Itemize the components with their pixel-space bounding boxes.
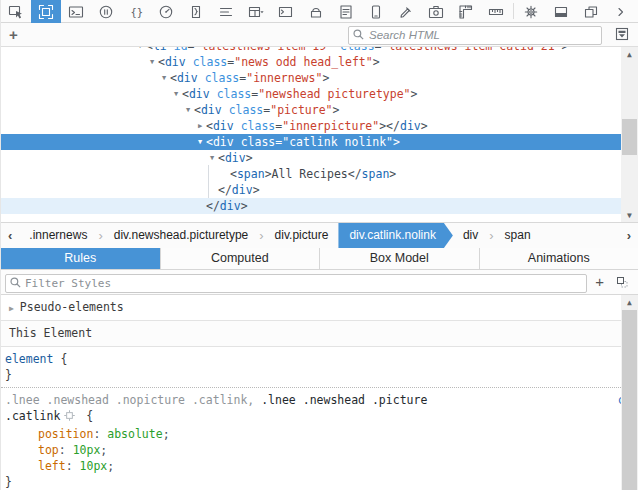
frame-select-button[interactable] bbox=[241, 0, 271, 23]
markup-scroll-thumb[interactable] bbox=[622, 119, 637, 155]
expanded-triangle-icon[interactable]: ▼ bbox=[134, 47, 146, 54]
scroll-up-icon[interactable]: ▲ bbox=[621, 47, 638, 61]
expanded-triangle-icon[interactable]: ▼ bbox=[170, 86, 182, 102]
add-node-button[interactable]: + bbox=[9, 27, 18, 42]
css-declaration[interactable]: top: 10px; bbox=[5, 442, 617, 458]
tab-box-model[interactable]: Box Model bbox=[320, 248, 480, 269]
markup-punctuation: > bbox=[246, 151, 253, 165]
markup-line[interactable]: <span>All Recipes</span> bbox=[1, 166, 638, 182]
eyedropper-icon bbox=[398, 4, 414, 20]
css-declaration[interactable]: position: absolute; bbox=[5, 426, 617, 442]
markup-punctuation: > bbox=[421, 119, 428, 133]
console-button[interactable] bbox=[61, 0, 91, 23]
rules-scroll-thumb[interactable] bbox=[622, 310, 637, 490]
markup-line[interactable]: ▼<div class="innernews"> bbox=[1, 70, 638, 86]
rules-panel: ▶Pseudo-elements This Element inlineelem… bbox=[1, 295, 638, 490]
breadcrumb-item[interactable]: div.newshead.picturetype bbox=[104, 223, 259, 248]
expanded-triangle-icon[interactable]: ▼ bbox=[182, 102, 194, 118]
markup-line[interactable]: </div> bbox=[1, 182, 638, 198]
markup-line[interactable]: ▼<div class="picture"> bbox=[1, 102, 638, 118]
tag-name: div bbox=[400, 119, 421, 133]
markup-punctuation: > bbox=[322, 71, 329, 85]
breadcrumb: ‹.innernews›div.newshead.picturetype›div… bbox=[1, 222, 638, 248]
rules-scrollbar[interactable]: ▲ bbox=[621, 295, 638, 490]
network-button[interactable] bbox=[211, 0, 241, 23]
expand-pane-icon[interactable] bbox=[614, 26, 630, 46]
expanded-triangle-icon[interactable]: ▼ bbox=[206, 150, 218, 166]
memory-button[interactable] bbox=[181, 0, 211, 23]
breadcrumb-item[interactable]: .innernews bbox=[19, 223, 97, 248]
breadcrumb-item[interactable]: span bbox=[495, 223, 541, 248]
attribute-value: "picture" bbox=[270, 103, 332, 117]
rulers-button[interactable] bbox=[451, 0, 481, 23]
dock-side-button[interactable] bbox=[576, 0, 606, 23]
tab-computed[interactable]: Computed bbox=[161, 248, 321, 269]
tab-rules[interactable]: Rules bbox=[1, 248, 161, 269]
markup-line[interactable]: </div> bbox=[1, 198, 621, 214]
expanded-triangle-icon[interactable]: ▼ bbox=[158, 70, 170, 86]
breadcrumb-item-selected[interactable]: div.catlink.nolink bbox=[338, 223, 452, 248]
paint-flashing-button[interactable] bbox=[301, 0, 331, 23]
more-icon bbox=[613, 4, 629, 20]
markup-punctuation: > bbox=[253, 183, 260, 197]
pick-element-button[interactable] bbox=[1, 0, 31, 23]
expanded-triangle-icon[interactable]: ▼ bbox=[146, 54, 158, 70]
settings-button[interactable] bbox=[516, 0, 546, 23]
console-icon bbox=[68, 4, 84, 20]
attribute-name: class bbox=[241, 119, 276, 133]
scratchpad-button[interactable] bbox=[331, 0, 361, 23]
tag-name: div bbox=[201, 103, 222, 117]
breadcrumb-item[interactable]: div bbox=[453, 223, 488, 248]
markup-line[interactable]: ▼<li id="latestnews-item-19" class="late… bbox=[1, 47, 638, 54]
screenshot-icon bbox=[428, 4, 444, 20]
markup-punctuation bbox=[198, 71, 205, 85]
markup-punctuation: > bbox=[562, 47, 569, 53]
inspector-button[interactable] bbox=[31, 0, 61, 23]
debugger-button[interactable] bbox=[91, 0, 121, 23]
breadcrumb-scroll-left-icon[interactable]: ‹ bbox=[1, 228, 19, 243]
attribute-value: "latestnews-item catid-21" bbox=[382, 47, 562, 53]
markup-punctuation: = bbox=[188, 47, 195, 53]
style-editor-button[interactable]: {} bbox=[121, 0, 151, 23]
search-html-input[interactable] bbox=[348, 26, 602, 45]
tag-name: div bbox=[232, 183, 253, 197]
markup-line[interactable]: ▼<div class="newshead picturetype"> bbox=[1, 86, 638, 102]
responsive-mode-button[interactable] bbox=[361, 0, 391, 23]
rulers-icon bbox=[458, 4, 474, 20]
scroll-down-icon[interactable]: ▼ bbox=[621, 208, 638, 222]
add-rule-button[interactable]: + bbox=[595, 272, 604, 292]
scroll-up-icon[interactable]: ▲ bbox=[621, 295, 638, 309]
markup-searchbar: + bbox=[1, 23, 638, 47]
collapsed-triangle-icon[interactable]: ▶ bbox=[194, 118, 206, 134]
tag-name: div bbox=[165, 55, 186, 69]
css-declaration[interactable]: left: 10px; bbox=[5, 458, 617, 474]
more-button[interactable] bbox=[606, 0, 636, 23]
expanded-triangle-icon[interactable]: ▼ bbox=[194, 134, 206, 150]
rule-selector-line[interactable]: common_styles-min.css:1.lnee .newshead .… bbox=[5, 392, 617, 426]
markup-scrollbar[interactable]: ▲ ▼ bbox=[621, 47, 638, 222]
breadcrumb-scroll-right-icon[interactable]: › bbox=[620, 228, 638, 243]
attribute-value: "newshead picturetype" bbox=[258, 87, 410, 101]
pseudo-elements-header[interactable]: ▶Pseudo-elements bbox=[1, 295, 621, 321]
dock-bottom-button[interactable] bbox=[546, 0, 576, 23]
pseudo-class-panel-button[interactable] bbox=[614, 274, 630, 294]
toolbar-divider bbox=[513, 3, 514, 19]
debugger-icon bbox=[98, 4, 114, 20]
attribute-name: id bbox=[174, 47, 188, 53]
element-selector: element bbox=[5, 352, 53, 366]
breadcrumb-item[interactable]: div.picture bbox=[265, 223, 339, 248]
filter-styles-input[interactable] bbox=[5, 274, 587, 293]
markup-line[interactable]: ▼<div> bbox=[1, 150, 638, 166]
markup-line[interactable]: ▼<div class="news odd head_left"> bbox=[1, 54, 638, 70]
split-console-button[interactable] bbox=[271, 0, 301, 23]
markup-line[interactable]: ▼<div class="catlink nolink"> bbox=[1, 134, 621, 150]
screenshot-button[interactable] bbox=[421, 0, 451, 23]
rule-selector-line[interactable]: inlineelement { bbox=[5, 351, 617, 367]
markup-line[interactable]: ▶<div class="innerpicture"></div> bbox=[1, 118, 638, 134]
dock-bottom-icon bbox=[553, 4, 569, 20]
eyedropper-button[interactable] bbox=[391, 0, 421, 23]
tab-animations[interactable]: Animations bbox=[480, 248, 638, 269]
performance-button[interactable] bbox=[151, 0, 181, 23]
measure-button[interactable] bbox=[481, 0, 511, 23]
selector-highlighter-icon[interactable] bbox=[63, 409, 76, 426]
